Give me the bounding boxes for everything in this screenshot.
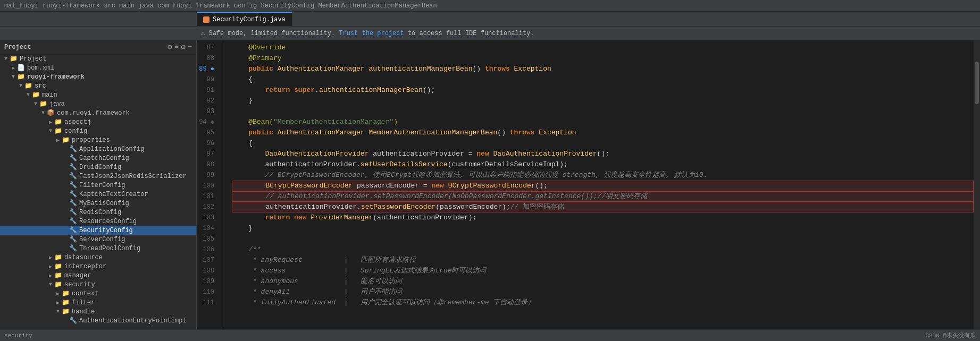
tree-item-ApplicationConfig[interactable]: 🔧 ApplicationConfig <box>0 144 196 154</box>
line-num-94: 94 ◆ <box>197 117 216 127</box>
tree-item-manager[interactable]: ▶ 📁 manager <box>0 271 196 280</box>
line-num-100: 100 <box>197 181 216 191</box>
tree-label: DruidConfig <box>79 164 121 171</box>
folder-icon: 📁 <box>32 91 40 99</box>
tree-item-config[interactable]: ▼ 📁 config <box>0 126 196 135</box>
tree-item-filter[interactable]: ▶ 📁 filter <box>0 298 196 307</box>
tree-item-ResourcesConfig[interactable]: 🔧 ResourcesConfig <box>0 217 196 226</box>
java-icon: 🔧 <box>69 163 77 171</box>
line-numbers: 87 88 89 ● 90 91 92 93 94 ◆ 95 96 97 98 … <box>197 40 223 341</box>
tree-item-handle[interactable]: ▼ 📁 handle <box>0 307 196 316</box>
tab-label: SecurityConfig.java <box>213 16 286 23</box>
tree-label: ruoyi-framework <box>27 73 85 81</box>
tree-item-AuthEntryPoint[interactable]: 🔧 AuthenticationEntryPointImpl <box>0 316 196 325</box>
tree-label: ResourcesConfig <box>79 218 137 225</box>
tree-label: RedisConfig <box>79 209 121 216</box>
line-num-96: 96 <box>197 138 216 149</box>
tree-item-pomxml[interactable]: ▶ 📄 pom.xml <box>0 63 196 72</box>
tree-item-security[interactable]: ▼ 📁 security <box>0 280 196 289</box>
project-sidebar[interactable]: Project ⊕ ≡ ⚙ − ▼ 📁 Project ▶ 📄 pom.xml … <box>0 40 197 341</box>
tree-label: pom.xml <box>27 64 54 72</box>
tree-label: main <box>42 91 57 99</box>
tree-label: aspectj <box>64 118 91 126</box>
tree-item-java[interactable]: ▼ 📁 java <box>0 99 196 108</box>
code-line-93 <box>232 106 974 117</box>
tree-label: ThreadPoolConfig <box>79 245 140 252</box>
status-bar: security CSDN @木头没有瓜 <box>0 329 980 341</box>
tree-item-context[interactable]: ▶ 📁 context <box>0 289 196 298</box>
java-icon: 🔧 <box>69 145 77 153</box>
line-num-88: 88 <box>197 53 216 64</box>
folder-icon: 📁 <box>24 82 32 90</box>
code-line-108: * access | SpringEL表达式结果为true时可以访问 <box>232 266 974 276</box>
tree-item-KaptchaTextCreator[interactable]: 🔧 KaptchaTextCreator <box>0 190 196 199</box>
tree-item-ThreadPoolConfig[interactable]: 🔧 ThreadPoolConfig <box>0 244 196 253</box>
code-line-88: @Primary <box>232 53 974 64</box>
tree-label: security <box>64 281 95 288</box>
main-layout: Project ⊕ ≡ ⚙ − ▼ 📁 Project ▶ 📄 pom.xml … <box>0 40 980 341</box>
code-line-90: { <box>232 74 974 85</box>
folder-icon: 📁 <box>62 136 70 144</box>
tree-label: properties <box>72 137 110 144</box>
title-path: mat_ruoyi ruoyi-framework src main java … <box>4 2 437 10</box>
tree-item-main[interactable]: ▼ 📁 main <box>0 90 196 99</box>
tree-item-FilterConfig[interactable]: 🔧 FilterConfig <box>0 181 196 190</box>
java-icon: 🔧 <box>69 199 77 207</box>
folder-icon: 📁 <box>17 73 25 81</box>
tree-label: filter <box>72 299 95 306</box>
tree-item-properties[interactable]: ▶ 📁 properties <box>0 135 196 144</box>
tree-label: MyBatisConfig <box>79 200 129 207</box>
vertical-scrollbar[interactable] <box>974 40 980 341</box>
tree-label: java <box>49 100 65 108</box>
sidebar-header: Project ⊕ ≡ ⚙ − <box>0 40 196 54</box>
tree-item-DruidConfig[interactable]: 🔧 DruidConfig <box>0 163 196 172</box>
code-line-104: } <box>232 223 974 234</box>
code-line-95: public AuthenticationManager MemberAuthe… <box>232 127 974 138</box>
line-num-103: 103 <box>197 212 216 223</box>
sidebar-icon-gear[interactable]: ⚙ <box>181 42 185 52</box>
sidebar-icon-2[interactable]: ≡ <box>174 42 179 52</box>
tree-item-RedisConfig[interactable]: 🔧 RedisConfig <box>0 208 196 217</box>
tree-item-MyBatisConfig[interactable]: 🔧 MyBatisConfig <box>0 199 196 208</box>
tree-item-interceptor[interactable]: ▶ 📁 interceptor <box>0 262 196 271</box>
java-icon: 🔧 <box>69 235 77 243</box>
sidebar-icon-1[interactable]: ⊕ <box>167 42 172 52</box>
code-line-98: authenticationProvider. setUserDetailsSe… <box>232 159 974 170</box>
code-line-97: DaoAuthenticationProvider authentication… <box>232 149 974 159</box>
java-icon: 🔧 <box>69 181 77 189</box>
tree-item-aspectj[interactable]: ▶ 📁 aspectj <box>0 117 196 126</box>
sidebar-icon-close[interactable]: − <box>188 42 192 52</box>
tree-item-src[interactable]: ▼ 📁 src <box>0 81 196 90</box>
tree-item-FastJson[interactable]: 🔧 FastJson2JsonRedisSerializer <box>0 172 196 181</box>
code-line-109: * anonymous | 匿名可以访问 <box>232 276 974 287</box>
code-line-99: // BCryptPasswordEncoder, 使用BCrypt强哈希加密算… <box>232 170 974 181</box>
folder-icon: 📁 <box>62 299 70 306</box>
tree-item-SecurityConfig[interactable]: 🔧 SecurityConfig <box>0 226 196 235</box>
line-num-91: 91 <box>197 85 216 96</box>
code-line-87: @Override <box>232 42 974 53</box>
code-editor: 87 88 89 ● 90 91 92 93 94 ◆ 95 96 97 98 … <box>197 40 980 341</box>
xml-icon: 📄 <box>17 64 25 72</box>
folder-icon: 📁 <box>62 308 70 316</box>
trust-project-link[interactable]: Trust the project <box>339 30 404 37</box>
code-line-91: return super . authenticationManagerBean… <box>232 85 974 96</box>
safe-mode-bar: ⚠ Safe mode, limited functionality. Trus… <box>0 27 980 40</box>
tree-item-CaptchaConfig[interactable]: 🔧 CaptchaConfig <box>0 154 196 163</box>
tree-item-project[interactable]: ▼ 📁 Project <box>0 54 196 63</box>
code-content[interactable]: @Override @Primary public Authentication… <box>223 40 974 341</box>
scrollbar-thumb[interactable] <box>975 62 979 104</box>
tab-security-config[interactable]: SecurityConfig.java <box>197 12 292 26</box>
tree-item-ServerConfig[interactable]: 🔧 ServerConfig <box>0 235 196 244</box>
tree-item-datasource[interactable]: ▶ 📁 datasource <box>0 253 196 262</box>
line-num-98: 98 <box>197 159 216 170</box>
tree-label: FilterConfig <box>79 182 125 189</box>
tree-item-com-ruoyi-framework[interactable]: ▼ 📦 com.ruoyi.framework <box>0 108 196 117</box>
line-num-89: 89 ● <box>197 64 216 74</box>
tree-item-ruoyi-framework[interactable]: ▼ 📁 ruoyi-framework <box>0 72 196 81</box>
tree-label: handle <box>72 308 95 316</box>
line-num-111: 111 <box>197 297 216 308</box>
folder-icon: 📁 <box>54 127 62 135</box>
sidebar-title: Project <box>4 44 31 51</box>
line-num-97: 97 <box>197 149 216 159</box>
folder-icon: 📁 <box>54 280 62 288</box>
